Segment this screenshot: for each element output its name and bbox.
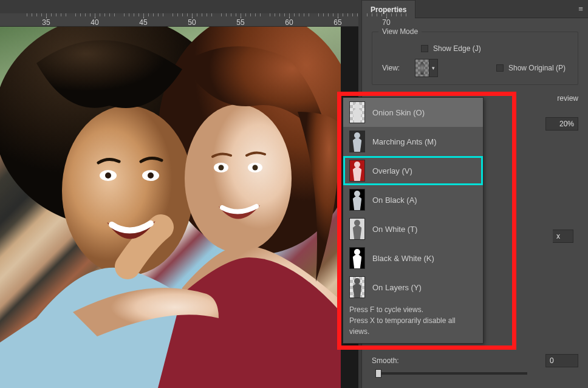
view-mode-option[interactable]: Marching Ants (M) bbox=[343, 127, 483, 156]
view-dropdown-trigger[interactable]: ▾ bbox=[415, 59, 438, 77]
view-mode-title: View Mode bbox=[378, 27, 422, 36]
view-label: View: bbox=[382, 64, 409, 72]
view-mode-option-label: On Layers (Y) bbox=[372, 283, 422, 292]
view-mode-thumbnail-icon bbox=[349, 276, 365, 298]
ruler-tick-label: 70 bbox=[382, 18, 390, 27]
ruler-tick: 45 bbox=[119, 13, 168, 27]
dropdown-hint: Press F to cycle views. bbox=[343, 302, 483, 315]
preview-label-clipped: review bbox=[557, 94, 578, 103]
document-canvas[interactable] bbox=[0, 27, 341, 388]
view-mode-option[interactable]: Onion Skin (O) bbox=[343, 98, 483, 127]
checkbox-icon bbox=[421, 45, 428, 52]
chevron-down-icon: ▾ bbox=[429, 59, 438, 77]
ruler-tick-label: 50 bbox=[188, 18, 196, 27]
ruler-tick: 40 bbox=[70, 13, 119, 27]
view-mode-option[interactable]: On Layers (Y) bbox=[343, 273, 483, 302]
view-mode-option-label: Overlay (V) bbox=[372, 166, 412, 175]
ruler-tick: 35 bbox=[22, 13, 70, 27]
ruler-tick-label: 55 bbox=[236, 18, 244, 27]
view-mode-thumbnail-icon bbox=[349, 189, 365, 211]
slider-thumb-icon bbox=[375, 369, 381, 378]
percent-field[interactable]: 20% bbox=[545, 117, 578, 131]
smooth-label: Smooth: bbox=[372, 356, 399, 365]
horizontal-ruler: 3540455055606570 bbox=[0, 13, 358, 27]
svg-point-7 bbox=[105, 172, 111, 179]
smooth-row: Smooth: 0 bbox=[372, 354, 578, 367]
ruler-tick: 55 bbox=[216, 13, 265, 27]
ruler-tick-label: 60 bbox=[285, 18, 293, 27]
ruler-tick: 60 bbox=[265, 13, 313, 27]
ruler-tick: 70 bbox=[362, 13, 411, 27]
view-mode-thumbnail-icon bbox=[349, 160, 365, 182]
view-mode-option[interactable]: Overlay (V) bbox=[343, 156, 483, 185]
photo-content bbox=[0, 27, 341, 388]
view-mode-thumbnail-icon bbox=[349, 247, 365, 269]
view-mode-dropdown: Onion Skin (O)Marching Ants (M)Overlay (… bbox=[343, 97, 484, 344]
dropdown-hint: Press X to temporarily disable all views… bbox=[343, 315, 483, 337]
px-field-clipped[interactable]: x bbox=[553, 230, 573, 243]
ruler-tick-label: 40 bbox=[91, 18, 98, 27]
show-original-label: Show Original (P) bbox=[508, 64, 566, 72]
checkbox-icon bbox=[496, 64, 504, 72]
ruler-tick-label: 65 bbox=[333, 18, 341, 27]
view-mode-option[interactable]: Black & White (K) bbox=[343, 243, 483, 273]
ruler-tick-label: 35 bbox=[42, 18, 50, 27]
smooth-value-field[interactable]: 0 bbox=[545, 354, 578, 367]
panel-menu-icon[interactable]: ≡ bbox=[573, 0, 588, 18]
ruler-tick-label: 45 bbox=[139, 18, 147, 27]
view-mode-thumbnail-icon bbox=[349, 131, 365, 152]
show-original-checkbox[interactable]: Show Original (P) bbox=[496, 64, 566, 72]
ruler-tick: 50 bbox=[168, 13, 216, 27]
ruler-tick: 65 bbox=[313, 13, 362, 27]
view-mode-option-label: On White (T) bbox=[372, 225, 417, 234]
view-mode-thumbnail-icon bbox=[349, 101, 365, 123]
svg-point-11 bbox=[219, 165, 224, 171]
svg-point-5 bbox=[185, 104, 292, 253]
view-mode-thumbnail-icon bbox=[349, 218, 365, 240]
slider-track bbox=[375, 372, 527, 375]
view-thumbnail-icon bbox=[415, 59, 429, 77]
view-mode-option[interactable]: On Black (A) bbox=[343, 185, 483, 214]
show-edge-label: Show Edge (J) bbox=[433, 44, 481, 53]
view-mode-option-label: On Black (A) bbox=[372, 196, 417, 205]
svg-point-13 bbox=[253, 165, 258, 171]
view-mode-option-label: Onion Skin (O) bbox=[372, 108, 425, 117]
svg-point-9 bbox=[148, 172, 154, 179]
show-edge-checkbox[interactable]: Show Edge (J) bbox=[421, 44, 481, 53]
smooth-slider[interactable] bbox=[372, 372, 527, 375]
view-mode-option-label: Marching Ants (M) bbox=[372, 137, 436, 146]
view-mode-section: View Mode Show Edge (J) View: ▾ Show Ori… bbox=[372, 32, 578, 85]
view-mode-option-label: Black & White (K) bbox=[372, 254, 434, 263]
view-mode-option[interactable]: On White (T) bbox=[343, 214, 483, 243]
